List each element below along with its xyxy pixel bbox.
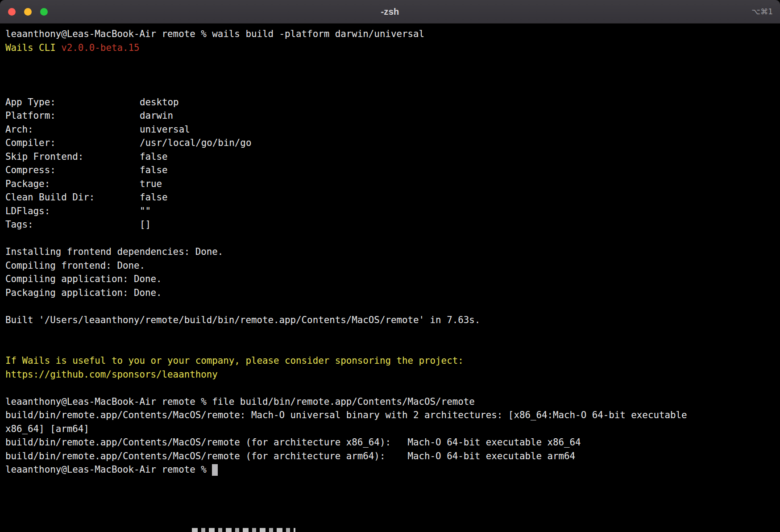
- config-row: App Type:desktop: [5, 96, 704, 109]
- file-output-line: build/bin/remote.app/Contents/MacOS/remo…: [5, 408, 704, 422]
- config-value: true: [140, 177, 162, 191]
- config-row: Compress:false: [5, 163, 704, 177]
- config-row: Arch:universal: [5, 123, 704, 137]
- window-title: -zsh: [0, 7, 780, 17]
- config-value: /usr/local/go/bin/go: [140, 136, 251, 150]
- config-value: false: [140, 191, 168, 204]
- progress-line: Packaging application: Done.: [5, 286, 704, 300]
- config-label: LDFlags:: [5, 204, 140, 218]
- blank-line: [5, 381, 704, 395]
- config-value: universal: [140, 123, 190, 137]
- config-label: App Type:: [5, 96, 140, 109]
- file-output-line: build/bin/remote.app/Contents/MacOS/remo…: [5, 449, 704, 463]
- terminal-cursor: [212, 464, 218, 476]
- config-label: Compress:: [5, 163, 140, 177]
- window-titlebar[interactable]: -zsh ⌥⌘1: [0, 0, 780, 24]
- prompt-file-command: leaanthony@Leas-MacBook-Air remote % fil…: [5, 395, 704, 409]
- progress-line: Installing frontend dependencies: Done.: [5, 245, 704, 259]
- final-prompt-line: leaanthony@Leas-MacBook-Air remote %: [5, 463, 704, 477]
- config-value: desktop: [140, 96, 179, 109]
- sponsor-link[interactable]: https://github.com/sponsors/leaanthony: [5, 368, 704, 382]
- config-value: darwin: [140, 109, 173, 123]
- blank-lines: [5, 327, 704, 354]
- config-label: Package:: [5, 177, 140, 191]
- config-row: Compiler:/usr/local/go/bin/go: [5, 136, 704, 150]
- config-value: false: [140, 163, 168, 177]
- built-result-line: Built '/Users/leaanthony/remote/build/bi…: [5, 313, 704, 327]
- config-label: Platform:: [5, 109, 140, 123]
- wails-cli-version-line: Wails CLI v2.0.0-beta.15: [5, 41, 704, 55]
- config-value: "": [140, 204, 151, 218]
- clipped-text-artifact: [192, 528, 295, 532]
- prompt-build-command: leaanthony@Leas-MacBook-Air remote % wai…: [5, 27, 704, 41]
- config-value: false: [140, 150, 168, 164]
- config-label: Arch:: [5, 123, 140, 137]
- config-label: Compiler:: [5, 136, 140, 150]
- config-row: Platform:darwin: [5, 109, 704, 123]
- config-value: []: [140, 218, 151, 232]
- progress-line: Compiling frontend: Done.: [5, 259, 704, 273]
- sponsor-message-line: If Wails is useful to you or your compan…: [5, 354, 704, 368]
- terminal-screen[interactable]: leaanthony@Leas-MacBook-Air remote % wai…: [0, 24, 780, 532]
- final-prompt-text: leaanthony@Leas-MacBook-Air remote %: [5, 464, 212, 475]
- config-row: LDFlags:"": [5, 204, 704, 218]
- config-label: Clean Build Dir:: [5, 191, 140, 204]
- progress-line: Compiling application: Done.: [5, 272, 704, 286]
- config-row: Package:true: [5, 177, 704, 191]
- config-row: Clean Build Dir:false: [5, 191, 704, 204]
- config-row: Tags:[]: [5, 218, 704, 232]
- file-output-line: build/bin/remote.app/Contents/MacOS/remo…: [5, 436, 704, 449]
- wails-cli-name: Wails CLI: [5, 42, 61, 53]
- blank-line: [5, 299, 704, 313]
- config-label: Tags:: [5, 218, 140, 232]
- config-row: Skip Frontend:false: [5, 150, 704, 164]
- blank-line: [5, 232, 704, 245]
- terminal-window: -zsh ⌥⌘1 leaanthony@Leas-MacBook-Air rem…: [0, 0, 780, 532]
- window-shortcut-badge: ⌥⌘1: [752, 7, 773, 16]
- file-output-line: x86_64] [arm64]: [5, 422, 704, 436]
- wails-cli-version: v2.0.0-beta.15: [61, 42, 139, 53]
- config-label: Skip Frontend:: [5, 150, 140, 164]
- blank-lines: [5, 54, 704, 96]
